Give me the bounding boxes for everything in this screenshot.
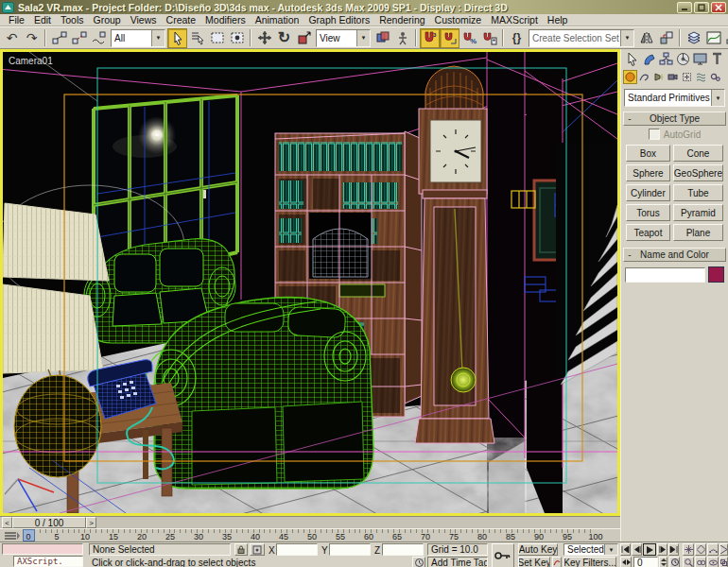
field-of-view-icon[interactable] [719, 543, 728, 556]
mini-curve-editor-icon[interactable] [4, 531, 21, 541]
set-keys-button[interactable] [492, 543, 514, 567]
shapes-icon[interactable] [637, 70, 651, 84]
absolute-offset-toggle-icon[interactable] [250, 543, 265, 556]
z-coord-field[interactable] [382, 543, 424, 556]
cameras-icon[interactable] [666, 70, 680, 84]
menu-item[interactable]: Customize [430, 14, 487, 26]
go-to-end-button[interactable] [668, 543, 679, 556]
primitive-button[interactable]: Pyramid [673, 204, 723, 221]
orbit-camera-icon[interactable] [707, 543, 719, 556]
systems-icon[interactable] [708, 70, 722, 84]
track-bar[interactable]: 0510152025303540455055606570758085909510… [0, 528, 620, 541]
time-tag-icon[interactable] [412, 557, 425, 567]
key-filter-curve-icon[interactable] [552, 557, 562, 567]
percent-snap-icon[interactable]: % [459, 28, 479, 48]
menu-item[interactable]: Edit [29, 14, 56, 26]
set-key-button[interactable]: Set Key [518, 557, 550, 567]
lights-icon[interactable] [651, 70, 666, 84]
primitive-button[interactable]: Torus [626, 204, 670, 221]
align-icon[interactable] [656, 28, 676, 48]
primitive-button[interactable]: Plane [673, 224, 723, 241]
snaps-toggle-3d-icon[interactable]: 3 [420, 28, 440, 48]
undo-icon[interactable]: ↶ [2, 28, 22, 48]
menu-item[interactable]: File [4, 14, 29, 26]
zoom-region-icon[interactable] [683, 557, 694, 567]
auto-key-button[interactable]: Auto Key [518, 543, 558, 556]
truck-camera-icon[interactable] [695, 557, 706, 567]
key-mode-toggle-icon[interactable] [620, 557, 632, 567]
select-by-name-icon[interactable] [187, 28, 207, 48]
helpers-icon[interactable] [680, 70, 694, 84]
selected-filter-dropdown[interactable]: Selected▼ [563, 543, 618, 556]
previous-frame-button[interactable] [632, 543, 642, 556]
object-color-swatch[interactable] [708, 266, 724, 283]
tab-create-icon[interactable] [623, 51, 640, 68]
tab-hierarchy-icon[interactable] [657, 51, 674, 68]
maxscript-mini-listener[interactable]: AXScript. [13, 556, 83, 567]
primitive-button[interactable]: Cylinder [626, 184, 670, 201]
macro-recorder-pane[interactable] [2, 543, 83, 555]
window-crossing-icon[interactable] [227, 28, 247, 48]
maximize-button[interactable] [694, 2, 709, 13]
zoom-extents-icon[interactable] [695, 543, 706, 556]
primitive-button[interactable]: Tube [673, 184, 723, 201]
primitive-button[interactable]: Cone [673, 145, 723, 162]
schematic-view-icon[interactable] [723, 28, 728, 48]
frame-spinner[interactable] [659, 557, 667, 567]
selection-lock-icon[interactable] [234, 543, 248, 556]
primitive-button[interactable]: Box [626, 145, 670, 162]
close-button[interactable] [711, 2, 726, 13]
time-configuration-icon[interactable] [669, 557, 680, 567]
next-frame-arrow[interactable]: > [86, 517, 96, 528]
menu-item[interactable]: Modifiers [200, 14, 251, 26]
viewport-label[interactable]: Camera01 [9, 56, 53, 66]
dolly-camera-icon[interactable] [683, 543, 694, 556]
rollout-name-and-color[interactable]: -Name and Color [623, 248, 726, 262]
current-frame-field[interactable]: 0 [633, 557, 658, 567]
bind-to-spacewarp-icon[interactable] [89, 28, 109, 48]
menu-item[interactable]: Views [126, 14, 162, 26]
primitive-button[interactable]: Sphere [626, 164, 670, 181]
frame-ruler[interactable]: 0510152025303540455055606570758085909510… [25, 529, 618, 542]
previous-frame-arrow[interactable]: < [2, 517, 12, 528]
tab-utilities-icon[interactable] [708, 51, 725, 68]
rollout-object-type[interactable]: -Object Type [623, 112, 726, 126]
select-and-link-icon[interactable] [49, 28, 69, 48]
selection-filter-dropdown[interactable]: All▼ [111, 29, 165, 47]
menu-item[interactable]: Animation [251, 14, 304, 26]
redo-icon[interactable]: ↷ [22, 28, 42, 48]
autogrid-checkbox[interactable] [649, 129, 660, 140]
curve-editor-icon[interactable] [703, 28, 723, 48]
x-coord-field[interactable] [276, 543, 318, 556]
menu-item[interactable]: Graph Editors [303, 14, 374, 26]
spinner-snap-icon[interactable] [479, 28, 499, 48]
primitive-button[interactable]: GeoSphere [673, 164, 723, 181]
time-slider-handle[interactable]: 0 / 100 [12, 517, 86, 528]
mirror-icon[interactable] [636, 28, 656, 48]
menu-item[interactable]: Create [162, 14, 201, 26]
object-name-input[interactable] [625, 267, 705, 283]
add-time-tag[interactable]: Add Time Tag [427, 557, 488, 567]
minimize-button[interactable] [677, 2, 692, 13]
unlink-selection-icon[interactable] [69, 28, 89, 48]
go-to-start-button[interactable] [620, 543, 631, 556]
layer-manager-icon[interactable] [684, 28, 703, 48]
menu-item[interactable]: Tools [56, 14, 89, 26]
play-button[interactable] [643, 543, 656, 556]
use-pivot-center-icon[interactable] [373, 28, 392, 48]
geometry-icon[interactable] [623, 70, 637, 84]
select-object-icon[interactable] [167, 28, 187, 48]
select-and-manipulate-icon[interactable] [392, 28, 412, 48]
named-selection-sets-icon[interactable]: {} [507, 28, 527, 48]
roll-camera-icon[interactable] [707, 557, 719, 567]
tab-motion-icon[interactable] [674, 51, 691, 68]
primitives-category-dropdown[interactable]: Standard Primitives▼ [624, 89, 725, 107]
tab-modify-icon[interactable] [640, 51, 657, 68]
next-frame-button[interactable] [657, 543, 667, 556]
select-and-move-icon[interactable] [254, 28, 274, 48]
menu-item[interactable]: Group [89, 14, 126, 26]
menu-item[interactable]: Help [543, 14, 573, 26]
tab-display-icon[interactable] [691, 51, 708, 68]
angle-snap-icon[interactable] [440, 28, 459, 48]
menu-item[interactable]: MAXScript [486, 14, 543, 26]
